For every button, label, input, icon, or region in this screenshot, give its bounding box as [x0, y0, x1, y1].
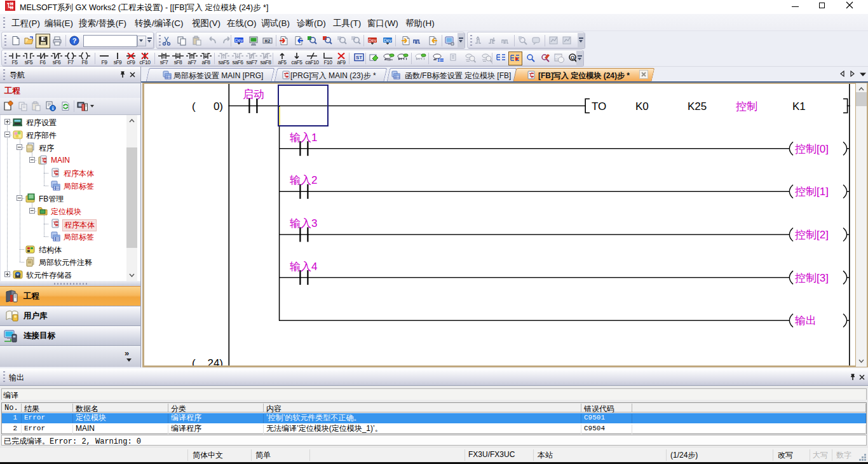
svg-text:K0: K0	[635, 100, 649, 113]
svg-text:0): 0)	[214, 100, 223, 113]
svg-text:输入3: 输入3	[290, 217, 317, 229]
svg-text:24): 24)	[207, 357, 223, 365]
svg-text:TO: TO	[592, 100, 606, 113]
svg-text:输入4: 输入4	[290, 261, 317, 273]
svg-text:Dev: Dev	[235, 38, 243, 43]
svg-text:输出: 输出	[795, 315, 817, 327]
svg-text:?: ?	[72, 37, 77, 44]
svg-text:H2: H2	[264, 39, 271, 44]
svg-text:控制[1]: 控制[1]	[795, 186, 829, 198]
svg-text:Dev: Dev	[384, 38, 392, 43]
svg-text:(: (	[192, 100, 196, 113]
svg-text:ST: ST	[356, 55, 362, 60]
svg-text:控制[2]: 控制[2]	[795, 229, 829, 241]
svg-text:控制[3]: 控制[3]	[795, 272, 829, 284]
svg-text:(: (	[192, 357, 196, 365]
svg-text:输入1: 输入1	[290, 132, 317, 144]
svg-text:K1: K1	[792, 100, 806, 113]
svg-text:控制[0]: 控制[0]	[795, 143, 829, 155]
svg-text:控制: 控制	[736, 100, 757, 113]
svg-text:K25: K25	[688, 100, 707, 113]
svg-text:Q: Q	[571, 55, 574, 60]
svg-text:Dev: Dev	[369, 38, 377, 43]
svg-text:输入2: 输入2	[290, 174, 317, 186]
svg-text:启动: 启动	[243, 88, 264, 100]
